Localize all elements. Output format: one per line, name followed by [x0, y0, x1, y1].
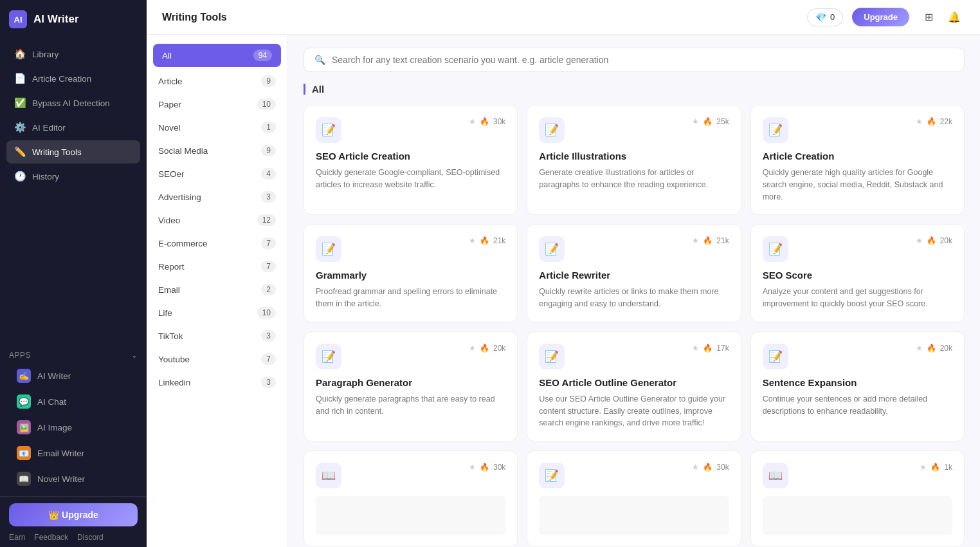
category-item-life[interactable]: Life 10: [147, 301, 287, 324]
footer-links: EarnFeedbackDiscord: [9, 533, 138, 542]
tool-card-seo-article-creation[interactable]: 📝 ★ 🔥 30k SEO Article Creation Quickly g…: [304, 105, 518, 215]
main-content: Writing Tools 💎 0 Upgrade ⊞ 🔔 All 94Arti…: [147, 0, 980, 547]
tool-card-grammarly[interactable]: 📝 ★ 🔥 21k Grammarly Proofread grammar an…: [304, 224, 518, 322]
footer-link-feedback[interactable]: Feedback: [34, 533, 68, 542]
category-item-ecommerce[interactable]: E-commerce 7: [147, 232, 287, 255]
card-meta-seo-score: ★ 🔥 20k: [916, 236, 952, 245]
category-item-article[interactable]: Article 9: [147, 70, 287, 93]
card-header-grammarly: 📝 ★ 🔥 21k: [316, 236, 505, 262]
card-count-tool-11: 30k: [716, 463, 729, 472]
brand-name: AI Writer: [33, 13, 79, 26]
app-item-ai-image[interactable]: 🖼️ AI Image: [9, 415, 138, 440]
topbar-upgrade-button[interactable]: Upgrade: [852, 8, 909, 26]
card-header-tool-11: 📝 ★ 🔥 30k: [539, 463, 729, 488]
app-item-email-writer[interactable]: 📧 Email Writer: [9, 441, 138, 465]
star-icon-grammarly: ★: [469, 236, 476, 245]
apps-chevron-icon: ⌄: [131, 351, 138, 360]
card-meta-tool-10: ★ 🔥 30k: [469, 463, 505, 472]
grid-icon-button[interactable]: ⊞: [918, 7, 939, 28]
star-icon-seo-outline-generator: ★: [692, 344, 699, 353]
cat-count-ecommerce: 7: [261, 237, 276, 249]
apps-label: Apps: [9, 351, 31, 360]
card-header-seo-outline-generator: 📝 ★ 🔥 17k: [539, 344, 729, 369]
nav-item-article-creation[interactable]: 📄 Article Creation: [6, 67, 140, 90]
fire-icon-article-illustrations: 🔥: [703, 117, 712, 126]
card-desc-seo-score: Analyze your content and get suggestions…: [763, 286, 952, 310]
tool-card-paragraph-generator[interactable]: 📝 ★ 🔥 20k Paragraph Generator Quickly ge…: [304, 331, 518, 441]
category-item-seoer[interactable]: SEOer 4: [147, 162, 287, 185]
tool-card-article-rewriter[interactable]: 📝 ★ 🔥 21k Article Rewriter Quickly rewri…: [527, 224, 741, 322]
nav-item-writing-tools[interactable]: ✏️ Writing Tools: [6, 140, 140, 163]
cat-label-advertising: Advertising: [158, 192, 201, 202]
tool-card-article-illustrations[interactable]: 📝 ★ 🔥 25k Article Illustrations Generate…: [527, 105, 741, 215]
sidebar-nav: 🏠 Library📄 Article Creation✅ Bypass AI D…: [0, 39, 147, 344]
card-header-article-illustrations: 📝 ★ 🔥 25k: [539, 117, 729, 143]
cat-label-video: Video: [158, 216, 180, 225]
cat-count-youtube: 7: [261, 353, 276, 365]
category-item-report[interactable]: Report 7: [147, 255, 287, 278]
app-icon-ai-writer: ✍️: [17, 369, 31, 383]
sidebar-upgrade-button[interactable]: 👑 Upgrade: [9, 503, 138, 526]
category-item-tiktok[interactable]: TikTok 3: [147, 324, 287, 348]
footer-link-earn[interactable]: Earn: [9, 533, 25, 542]
cat-count-email: 2: [261, 284, 276, 295]
cat-label-tiktok: TikTok: [158, 331, 183, 341]
star-icon-tool-11: ★: [692, 463, 699, 472]
tool-card-article-creation[interactable]: 📝 ★ 🔥 22k Article Creation Quickly gener…: [750, 105, 965, 215]
card-desc-article-rewriter: Quickly rewrite articles or links to mak…: [539, 286, 729, 310]
category-item-email[interactable]: Email 2: [147, 278, 287, 301]
tool-card-tool-11[interactable]: 📝 ★ 🔥 30k: [527, 450, 741, 547]
category-item-youtube[interactable]: Youtube 7: [147, 348, 287, 371]
footer-link-discord[interactable]: Discord: [77, 533, 104, 542]
tool-card-seo-score[interactable]: 📝 ★ 🔥 20k SEO Score Analyze your content…: [750, 224, 965, 322]
fire-icon-seo-outline-generator: 🔥: [703, 344, 712, 353]
tool-card-sentence-expansion[interactable]: 📝 ★ 🔥 20k Sentence Expansion Continue yo…: [750, 331, 965, 441]
card-meta-sentence-expansion: ★ 🔥 20k: [916, 344, 952, 353]
search-input[interactable]: [332, 55, 954, 65]
card-count-seo-score: 20k: [940, 236, 952, 245]
nav-item-bypass-ai[interactable]: ✅ Bypass AI Detection: [6, 91, 140, 115]
cat-count-life: 10: [257, 307, 276, 319]
card-count-article-creation: 22k: [940, 117, 952, 126]
cat-label-linkedin: Linkedin: [158, 378, 190, 387]
category-item-novel[interactable]: Novel 1: [147, 116, 287, 139]
bell-icon-button[interactable]: 🔔: [944, 7, 965, 28]
app-item-ai-writer[interactable]: ✍️ AI Writer: [9, 364, 138, 388]
card-count-tool-10: 30k: [493, 463, 505, 472]
nav-icon-writing-tools: ✏️: [14, 146, 26, 158]
category-item-all[interactable]: All 94: [153, 44, 281, 67]
nav-label-writing-tools: Writing Tools: [32, 147, 82, 157]
app-item-ai-chat[interactable]: 💬 AI Chat: [9, 389, 138, 414]
category-item-advertising[interactable]: Advertising 3: [147, 185, 287, 209]
card-count-grammarly: 21k: [493, 236, 505, 245]
card-icon-article-rewriter: 📝: [539, 236, 565, 262]
nav-label-bypass-ai: Bypass AI Detection: [32, 98, 110, 108]
nav-item-library[interactable]: 🏠 Library: [6, 42, 140, 66]
card-meta-tool-12: ★ 🔥 1k: [920, 463, 952, 472]
tool-card-seo-outline-generator[interactable]: 📝 ★ 🔥 17k SEO Article Outline Generator …: [527, 331, 741, 441]
card-icon-sentence-expansion: 📝: [763, 344, 788, 369]
category-item-social-media[interactable]: Social Media 9: [147, 139, 287, 162]
tool-card-tool-10[interactable]: 📖 ★ 🔥 30k: [304, 450, 518, 547]
card-count-seo-outline-generator: 17k: [716, 344, 729, 353]
star-icon-sentence-expansion: ★: [916, 344, 923, 353]
card-meta-article-rewriter: ★ 🔥 21k: [692, 236, 729, 245]
app-item-novel-writer[interactable]: 📖 Novel Writer: [9, 467, 138, 491]
card-icon-seo-score: 📝: [763, 236, 788, 262]
section-label: All: [304, 84, 965, 95]
nav-item-history[interactable]: 🕐 History: [6, 165, 140, 188]
nav-item-ai-editor[interactable]: ⚙️ AI Editor: [6, 116, 140, 139]
apps-header[interactable]: Apps ⌄: [9, 351, 138, 360]
tool-card-tool-12[interactable]: 📖 ★ 🔥 1k: [750, 450, 965, 547]
card-desc-paragraph-generator: Quickly generate paragraphs that are eas…: [316, 393, 505, 418]
card-title-article-rewriter: Article Rewriter: [539, 270, 729, 281]
nav-label-history: History: [32, 172, 59, 181]
category-item-video[interactable]: Video 12: [147, 209, 287, 232]
nav-icon-bypass-ai: ✅: [14, 97, 26, 109]
diamonds-count: 0: [830, 12, 835, 22]
category-item-linkedin[interactable]: Linkedin 3: [147, 371, 287, 394]
cat-count-paper: 10: [257, 98, 276, 110]
card-header-sentence-expansion: 📝 ★ 🔥 20k: [763, 344, 952, 369]
app-label-ai-writer: AI Writer: [37, 371, 71, 381]
category-item-paper[interactable]: Paper 10: [147, 93, 287, 116]
